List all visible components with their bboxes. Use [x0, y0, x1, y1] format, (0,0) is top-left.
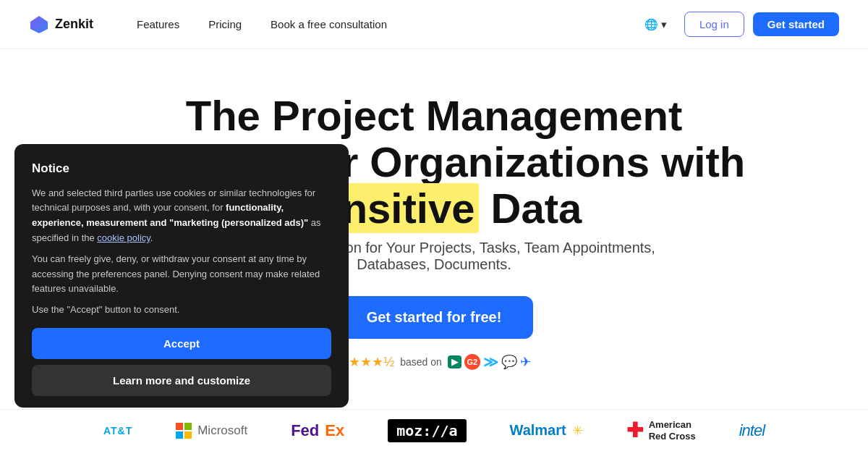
cookie-policy-link[interactable]: cookie policy — [97, 232, 150, 243]
fedex-text: Fed — [291, 421, 319, 440]
language-selector[interactable]: 🌐 ▾ — [636, 14, 676, 35]
fedex-ex: Ex — [325, 421, 344, 440]
chat-icon: 💬 — [501, 354, 517, 370]
login-button[interactable]: Log in — [684, 12, 744, 37]
walmart-spark: ✳ — [572, 423, 583, 439]
rating-platform-icons: ▶ G2 ≫ 💬 ✈ — [448, 353, 531, 371]
svg-rect-2 — [184, 423, 192, 430]
globe-icon: 🌐 — [644, 18, 658, 31]
microsoft-icon — [176, 423, 192, 439]
rating-based-on: based on — [400, 356, 442, 368]
g2-icon: G2 — [464, 354, 480, 370]
cookie-body-text3: . — [150, 232, 153, 243]
microsoft-text: Microsoft — [197, 423, 247, 438]
cookie-body-3: Use the "Accept" button to consent. — [32, 303, 331, 318]
cookie-title: Notice — [32, 161, 331, 176]
logos-bar: AT&T Microsoft FedEx moz://a Walmart✳ ✚ … — [0, 409, 868, 451]
intel-logo: intel — [739, 421, 765, 440]
cookie-body-2: You can freely give, deny, or withdraw y… — [32, 252, 331, 297]
svg-rect-1 — [176, 423, 183, 430]
hero-cta-button[interactable]: Get started for free! — [335, 296, 534, 339]
nav-features[interactable]: Features — [122, 0, 194, 49]
accept-button[interactable]: Accept — [32, 328, 331, 359]
walmart-text: Walmart — [510, 422, 566, 439]
navbar-left: Zenkit Features Pricing Book a free cons… — [29, 0, 401, 49]
nav-links: Features Pricing Book a free consultatio… — [122, 0, 401, 49]
getapp-icon: ✈ — [520, 354, 531, 370]
walmart-logo: Walmart✳ — [510, 422, 583, 439]
navbar-right: 🌐 ▾ Log in Get started — [636, 12, 839, 37]
fedex-logo: FedEx — [291, 421, 344, 440]
cookie-notice: Notice We and selected third parties use… — [14, 144, 349, 408]
arc-logo: ✚ AmericanRed Cross — [626, 418, 696, 442]
logo-icon — [29, 14, 49, 35]
nav-consultation[interactable]: Book a free consultation — [256, 0, 401, 49]
arc-cross-icon: ✚ — [626, 418, 643, 442]
capterra-icon: ≫ — [483, 353, 498, 371]
brand-name: Zenkit — [55, 17, 93, 32]
hero-title-part2: Data — [479, 185, 582, 232]
logo[interactable]: Zenkit — [29, 14, 93, 35]
svg-marker-0 — [30, 16, 48, 33]
mozilla-logo: moz://a — [388, 419, 466, 442]
lang-chevron: ▾ — [661, 18, 667, 31]
microsoft-logo: Microsoft — [176, 423, 247, 439]
cookie-body: We and selected third parties use cookie… — [32, 186, 331, 246]
arc-text: AmericanRed Cross — [649, 419, 696, 442]
google-play-icon: ▶ — [448, 355, 461, 368]
atnt-logo: AT&T — [103, 425, 132, 437]
customize-button[interactable]: Learn more and customize — [32, 365, 331, 396]
svg-rect-4 — [184, 431, 192, 439]
svg-rect-3 — [176, 431, 183, 439]
nav-pricing[interactable]: Pricing — [194, 0, 256, 49]
getstarted-button[interactable]: Get started — [753, 12, 839, 36]
navbar: Zenkit Features Pricing Book a free cons… — [0, 0, 868, 49]
cookie-actions: Accept Learn more and customize — [32, 328, 331, 396]
